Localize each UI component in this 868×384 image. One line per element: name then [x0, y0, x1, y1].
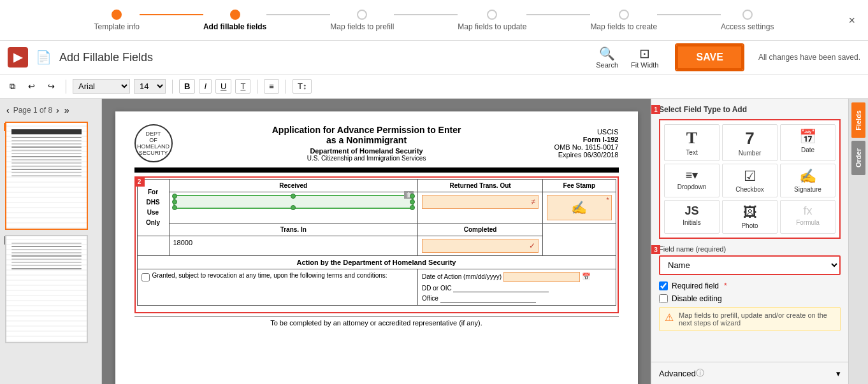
- doc-dept: Department of Homeland Security: [179, 147, 554, 155]
- dhs-logo: DEPTOFHOMELANDSECURITY: [134, 124, 173, 162]
- doc-form-number: Form I-192: [554, 136, 619, 143]
- field-type-signature-button[interactable]: ✍ Signature: [780, 164, 835, 197]
- page-indicator: Page 1 of 8: [13, 106, 52, 115]
- for-dhs-cell: ForDHSUseOnly: [137, 180, 169, 236]
- dd-oic-row: DD or OIC: [422, 285, 612, 292]
- disable-editing-row: Disable editing: [659, 294, 841, 303]
- last-page-button[interactable]: »: [63, 105, 71, 115]
- thumb-image-2: [5, 235, 88, 343]
- header-row: ▶ 📄 Add Fillable Fields 🔍 Search ⊡ Fit W…: [0, 41, 868, 75]
- checkbox-field-icon: ☑: [744, 168, 756, 185]
- fields-tab-button[interactable]: Fields: [851, 103, 865, 138]
- field-type-formula-button[interactable]: fx Formula: [780, 200, 835, 234]
- handle-mr[interactable]: [410, 199, 415, 204]
- save-button[interactable]: SAVE: [676, 45, 742, 70]
- font-select[interactable]: Arial: [73, 79, 130, 94]
- wizard-step-map-update[interactable]: Map fields to update: [458, 10, 526, 31]
- field-name-select[interactable]: Name: [659, 255, 841, 275]
- dd-oic-field[interactable]: [453, 285, 549, 292]
- copy-button[interactable]: ⧉: [5, 79, 20, 94]
- photo-field-label: Photo: [741, 222, 758, 229]
- step-circle-3: [357, 10, 367, 20]
- italic-button[interactable]: I: [199, 79, 212, 94]
- selected-field[interactable]: 🗑: [173, 195, 414, 209]
- field-name-label: Field name (required): [659, 245, 841, 253]
- granted-checkbox[interactable]: [141, 273, 150, 281]
- field-type-dropdown-button[interactable]: ≡▾ Dropdown: [664, 164, 720, 197]
- right-panel-area: 1 Select Field Type to Add T Text 7 Numb…: [651, 99, 868, 384]
- wizard-step-template-info[interactable]: Template info: [94, 10, 140, 31]
- handle-tm[interactable]: [291, 194, 296, 199]
- handle-tl[interactable]: [172, 194, 177, 199]
- date-action-cell: Date of Action (mm/dd/yyyy) 📅 DD or OIC: [417, 269, 616, 306]
- col-received-header: Received: [169, 180, 417, 192]
- table-row-2: 🗑: [137, 192, 616, 224]
- handle-bm[interactable]: [291, 205, 296, 210]
- wizard-line-4: [526, 14, 590, 15]
- wizard-step-access[interactable]: Access settings: [721, 10, 774, 31]
- formula-field-label: Formula: [796, 219, 820, 226]
- thumbnail-2[interactable]: 2: [5, 235, 96, 343]
- office-row: Office: [422, 295, 612, 302]
- required-field-checkbox[interactable]: [659, 281, 668, 290]
- field-type-date-button[interactable]: 📅 Date: [780, 124, 835, 161]
- document-icon: 📄: [36, 50, 52, 65]
- search-button[interactable]: 🔍 Search: [596, 46, 618, 69]
- photo-field-icon: 🖼: [743, 204, 757, 221]
- wizard-step-map-prefill[interactable]: Map fields to prefill: [330, 10, 394, 31]
- completed-field[interactable]: ✓: [422, 239, 539, 253]
- align-button[interactable]: ≡: [264, 79, 279, 94]
- field-type-initials-button[interactable]: JS Initials: [664, 200, 720, 234]
- required-field-label: Required field: [672, 281, 719, 290]
- field-type-checkbox-button[interactable]: ☑ Checkbox: [722, 164, 778, 197]
- thumbnail-1[interactable]: 1: [5, 122, 96, 230]
- section-badge-2: 2: [134, 176, 145, 187]
- office-field[interactable]: [440, 295, 536, 302]
- underline-button[interactable]: U: [215, 79, 231, 94]
- handle-bl[interactable]: [172, 205, 177, 210]
- wizard-step-map-create[interactable]: Map fields to create: [590, 10, 657, 31]
- formula-field-icon: fx: [803, 204, 812, 218]
- redo-button[interactable]: ↪: [43, 79, 59, 94]
- number-field-label: Number: [739, 150, 762, 157]
- text-color-button[interactable]: T: [235, 79, 250, 94]
- field-type-photo-button[interactable]: 🖼 Photo: [722, 200, 778, 234]
- advanced-label: Advanced: [659, 369, 696, 378]
- wizard-step-add-fields[interactable]: Add fillable fields: [203, 10, 266, 31]
- handle-tr[interactable]: [410, 194, 415, 199]
- font-size-select[interactable]: 14: [134, 79, 166, 94]
- handle-br[interactable]: [410, 205, 415, 210]
- fee-stamp-field[interactable]: ✍ *: [547, 195, 611, 220]
- table-row-3: Trans. In Completed: [137, 224, 616, 236]
- cell-returned: ≠: [417, 192, 542, 224]
- close-button[interactable]: ×: [848, 13, 855, 27]
- returned-field[interactable]: ≠: [422, 195, 539, 209]
- col-fee-header: Fee Stamp: [543, 180, 616, 192]
- date-action-row: Date of Action (mm/dd/yyyy) 📅: [422, 272, 612, 282]
- dhs-table: ForDHSUseOnly Received Returned Trans. O…: [137, 179, 616, 306]
- next-page-button[interactable]: ›: [55, 105, 61, 115]
- action-header-cell: Action by the Department of Homeland Sec…: [137, 256, 616, 269]
- initials-field-icon: JS: [684, 204, 698, 218]
- order-tab-button[interactable]: Order: [851, 141, 865, 175]
- required-field-row: Required field *: [659, 281, 841, 290]
- prev-page-button[interactable]: ‹: [5, 105, 11, 115]
- col-completed-header: Completed: [417, 224, 542, 236]
- bottom-note: To be completed by an attorney or accred…: [134, 316, 619, 329]
- handle-ml[interactable]: [172, 199, 177, 204]
- field-type-grid: T Text 7 Number 📅 Date: [659, 119, 841, 239]
- checkbox-field-label: Checkbox: [735, 186, 763, 193]
- date-action-field[interactable]: [503, 272, 580, 282]
- fit-width-button[interactable]: ⊡ Fit Width: [631, 46, 658, 69]
- bold-button[interactable]: B: [179, 79, 195, 94]
- field-type-text-button[interactable]: T Text: [664, 124, 720, 161]
- cell-for-dhs-label2: [137, 236, 169, 256]
- undo-button[interactable]: ↩: [24, 79, 40, 94]
- left-sidebar: ‹ Page 1 of 8 › » 1: [0, 99, 102, 384]
- field-type-number-button[interactable]: 7 Number: [722, 124, 778, 161]
- dropdown-field-icon: ≡▾: [686, 168, 698, 182]
- disable-editing-checkbox[interactable]: [659, 294, 668, 303]
- doc-title-line2: as a Nonimmigrant: [179, 135, 554, 145]
- text-size-button[interactable]: T↕: [293, 79, 312, 94]
- advanced-section[interactable]: Advanced ⓘ ▾: [651, 362, 848, 384]
